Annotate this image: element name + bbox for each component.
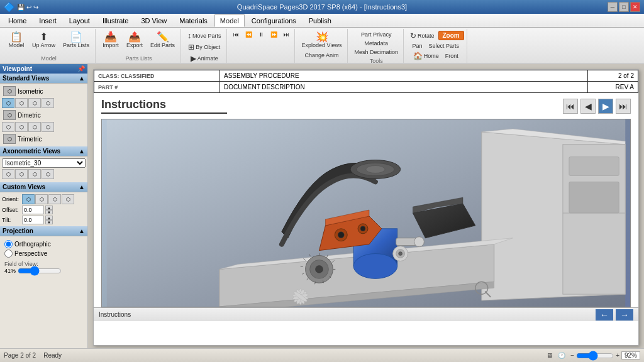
- svg-point-54: [399, 252, 402, 256]
- toolbar-group-move: ↕ Move Parts ⊞ By Object ▶ Animate: [182, 29, 227, 63]
- orient-btn-2[interactable]: ⬡: [35, 194, 48, 204]
- nav-play-button[interactable]: ▶: [598, 99, 613, 114]
- tab-home[interactable]: Home: [3, 14, 32, 27]
- play-last-button[interactable]: ⏭: [281, 30, 292, 39]
- model-panel-button[interactable]: 📋 Model: [5, 30, 28, 50]
- offset-up[interactable]: ▲: [45, 206, 53, 210]
- dimetric-view-item[interactable]: ⬡ Dimetric: [2, 109, 86, 121]
- offset-down[interactable]: ▼: [45, 210, 53, 214]
- tilt-down[interactable]: ▼: [45, 220, 53, 224]
- nav-last-button[interactable]: ⏭: [616, 99, 631, 114]
- orient-btn-3[interactable]: ⬡: [48, 194, 61, 204]
- tilt-input[interactable]: [22, 216, 44, 224]
- tab-model[interactable]: Model: [214, 14, 245, 27]
- axon-btn-1[interactable]: ⬡: [2, 169, 14, 179]
- rotate-button[interactable]: ↻ Rotate: [408, 30, 437, 41]
- close-button[interactable]: ✕: [630, 2, 640, 12]
- zoom-button[interactable]: Zoom: [438, 31, 464, 40]
- up-arrow-button[interactable]: ⬆ Up Arrow: [29, 30, 58, 50]
- svg-point-23: [366, 166, 385, 173]
- perspective-radio[interactable]: Perspective: [4, 249, 83, 258]
- exploded-views-button[interactable]: 💥 Exploded Views: [299, 30, 345, 50]
- export-icon: 📤: [128, 32, 141, 42]
- tilt-spinner[interactable]: ▲ ▼: [45, 216, 53, 224]
- custom-views-header[interactable]: Custom Views ▲: [0, 182, 87, 192]
- zoom-percentage: 92%: [621, 351, 640, 359]
- pan-button[interactable]: Pan: [410, 41, 425, 50]
- iso-view-btn-4[interactable]: ⬡: [42, 98, 54, 108]
- change-anim-button[interactable]: Change Anim: [302, 51, 341, 60]
- maximize-button[interactable]: □: [619, 2, 629, 12]
- animate-button[interactable]: ▶ Animate: [188, 53, 221, 64]
- viewpoint-panel-header: Viewpoint 📌: [0, 64, 87, 74]
- panel-pin-icon[interactable]: 📌: [77, 65, 85, 72]
- play-next-button[interactable]: ⏩: [268, 30, 280, 39]
- bottom-next-button[interactable]: →: [616, 309, 633, 321]
- play-button[interactable]: ⏸: [256, 30, 267, 39]
- orthographic-radio[interactable]: Orthographic: [4, 239, 83, 249]
- minimize-button[interactable]: ─: [608, 2, 618, 12]
- zoom-minus-icon[interactable]: −: [570, 352, 574, 359]
- edit-parts-button[interactable]: ✏️ Edit Parts: [147, 30, 178, 50]
- bottom-prev-button[interactable]: ←: [596, 309, 613, 321]
- mesh-decimation-button[interactable]: Mesh Decimation: [352, 48, 401, 57]
- play-prev-button[interactable]: ⏪: [243, 30, 255, 39]
- front-view-button[interactable]: Front: [443, 52, 461, 60]
- nav-prev-button[interactable]: ◀: [580, 99, 596, 114]
- tab-configurations[interactable]: Configurations: [246, 14, 302, 27]
- 3d-view-area[interactable]: +: [101, 119, 631, 307]
- playback-row: ⏮ ⏪ ⏸ ⏩ ⏭: [231, 30, 292, 39]
- dim-view-btn-2[interactable]: ⬡: [15, 122, 28, 132]
- tab-3dview[interactable]: 3D View: [135, 14, 172, 27]
- toolbar: 📋 Model ⬆ Up Arrow 📄 Parts Lists Model 📥…: [0, 28, 644, 64]
- toolbar-group-playback: ⏮ ⏪ ⏸ ⏩ ⏭: [228, 29, 295, 63]
- nav-first-button[interactable]: ⏮: [563, 99, 578, 114]
- zoom-slider[interactable]: [576, 352, 614, 359]
- offset-spinner[interactable]: ▲ ▼: [45, 206, 53, 214]
- tilt-up[interactable]: ▲: [45, 216, 53, 220]
- bottom-instructions-bar: Instructions ← →: [94, 307, 638, 321]
- orient-btn-1[interactable]: ⬡: [22, 194, 35, 204]
- iso-view-btn-2[interactable]: ⬡: [15, 98, 28, 108]
- iso-view-btn-3[interactable]: ⬡: [28, 98, 41, 108]
- orthographic-input[interactable]: [4, 240, 13, 248]
- axon-btn-4[interactable]: ⬡: [42, 169, 54, 179]
- perspective-input[interactable]: [4, 250, 13, 258]
- offset-input[interactable]: [22, 206, 44, 214]
- isometric-icon: ⬡: [3, 86, 16, 96]
- standard-views-header[interactable]: Standard Views ▲: [0, 74, 87, 84]
- trimetric-view-item[interactable]: ⬡ Trimetric: [2, 133, 86, 145]
- play-first-button[interactable]: ⏮: [231, 30, 242, 39]
- dim-view-btn-4[interactable]: ⬡: [42, 122, 54, 132]
- home-view-button[interactable]: 🏠 Home: [411, 50, 441, 62]
- fov-slider[interactable]: [18, 267, 62, 275]
- status-bar: Page 2 of 2 Ready 🖥 🕐 − + 92%: [0, 348, 644, 362]
- import-button[interactable]: 📥 Import: [99, 30, 122, 50]
- nav-controls: ⏮ ◀ ▶ ⏭: [563, 99, 631, 114]
- axon-btn-3[interactable]: ⬡: [28, 169, 41, 179]
- tab-publish[interactable]: Publish: [303, 14, 337, 27]
- by-object-button[interactable]: ⊞ By Object: [186, 41, 223, 53]
- toolbar-group-model: 📋 Model ⬆ Up Arrow 📄 Parts Lists Model: [3, 29, 96, 63]
- move-parts-button[interactable]: ↕ Move Parts: [185, 30, 224, 41]
- tab-materials[interactable]: Materials: [174, 14, 213, 27]
- isometric-view-item[interactable]: ⬡ Isometric: [2, 85, 86, 97]
- axon-btn-2[interactable]: ⬡: [15, 169, 28, 179]
- select-parts-button[interactable]: Select Parts: [426, 41, 462, 50]
- zoom-plus-icon[interactable]: +: [616, 352, 619, 359]
- orient-btn-4[interactable]: ⬡: [62, 194, 74, 204]
- axonometric-views-header[interactable]: Axonometric Views ▲: [0, 146, 87, 156]
- dim-view-btn-1[interactable]: ⬡: [2, 122, 14, 132]
- export-button[interactable]: 📤 Export: [123, 30, 146, 50]
- part-privacy-button[interactable]: Part Privacy: [358, 30, 394, 39]
- metadata-button[interactable]: Metadata: [362, 39, 391, 48]
- toolbar-parts-row: 📥 Import 📤 Export ✏️ Edit Parts: [99, 30, 178, 50]
- iso-view-btn-1[interactable]: ⬡: [2, 98, 14, 108]
- dim-view-btn-3[interactable]: ⬡: [28, 122, 41, 132]
- tab-insert[interactable]: Insert: [33, 14, 62, 27]
- parts-lists-button[interactable]: 📄 Parts Lists: [60, 30, 92, 50]
- projection-header[interactable]: Projection ▲: [0, 226, 87, 236]
- tab-layout[interactable]: Layout: [64, 14, 96, 27]
- tab-illustrate[interactable]: Illustrate: [97, 14, 135, 27]
- axonometric-dropdown[interactable]: Isometric_30: [2, 158, 86, 168]
